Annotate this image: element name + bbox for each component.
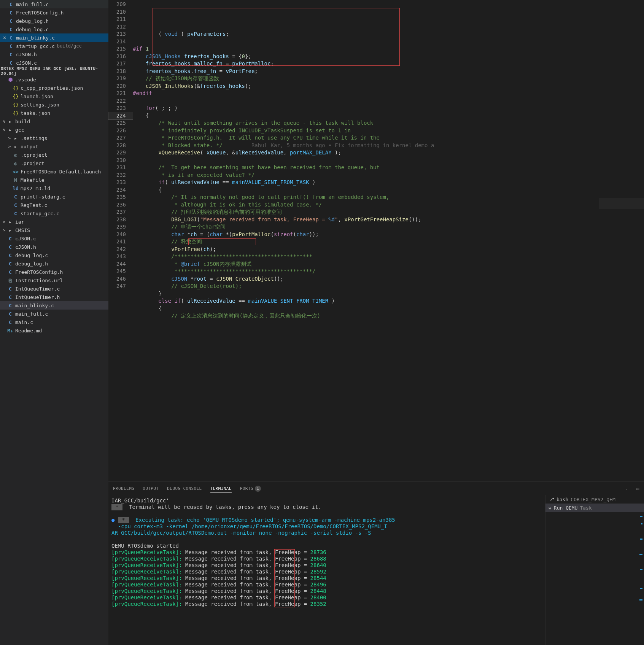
file-tree-item[interactable]: CRegTest.c: [0, 201, 108, 209]
terminal-output[interactable]: IAR_GCC/build/gcc' * Terminal will be re…: [108, 495, 545, 645]
code-line[interactable]: // 定义上次消息达到的时间(静态定义，因此只会初始化一次): [133, 312, 598, 320]
twisty-icon[interactable]: >: [7, 144, 12, 149]
file-tree-item[interactable]: Cdebug_log.h: [0, 259, 108, 268]
open-editor-item[interactable]: CcJSON.c: [0, 59, 108, 67]
code-area[interactable]: ( void ) pvParameters;#if 1 cJSON_Hooks …: [133, 0, 598, 481]
file-tree-item[interactable]: >▸iar: [0, 218, 108, 226]
code-line[interactable]: cJSON *root = cJSON_CreateObject();: [133, 275, 598, 283]
code-line[interactable]: /***************************************…: [133, 253, 598, 261]
file-tree-item[interactable]: ∨▸build: [0, 117, 108, 126]
code-line[interactable]: if( ulReceivedValue == mainVALUE_SENT_FR…: [133, 179, 598, 186]
code-line[interactable]: /* It is normally not good to call print…: [133, 194, 598, 201]
file-tree-item[interactable]: Cdebug_log.c: [0, 251, 108, 259]
file-tree-item[interactable]: >▸.settings: [0, 134, 108, 142]
code-line[interactable]: // 申请一个Char空间: [133, 223, 598, 231]
file-tree-item[interactable]: CcJSON.c: [0, 234, 108, 243]
file-tree-item[interactable]: ◐.cproject: [0, 151, 108, 159]
file-tree-item[interactable]: Cstartup_gcc.c: [0, 209, 108, 218]
file-tree-item[interactable]: CcJSON.h: [0, 243, 108, 251]
file-tree-item[interactable]: {}launch.json: [0, 92, 108, 100]
file-explorer[interactable]: Cmain_full.cCFreeRTOSConfig.hCdebug_log.…: [0, 0, 108, 645]
terminal-instance[interactable]: ⎇bashCORTEX_MPS2_QEM: [545, 495, 644, 504]
twisty-icon[interactable]: ∨: [2, 127, 7, 132]
code-line[interactable]: * indefinitely provided INCLUDE_vTaskSus…: [133, 127, 598, 135]
code-line[interactable]: /* To get here something must have been …: [133, 164, 598, 172]
code-line[interactable]: ****************************************…: [133, 268, 598, 275]
code-line[interactable]: // 释放空间: [133, 238, 598, 246]
file-tree-item[interactable]: Cmain_full.c: [0, 310, 108, 318]
file-tree-item[interactable]: {}tasks.json: [0, 109, 108, 117]
twisty-icon[interactable]: ∨: [2, 119, 7, 124]
file-tree-item[interactable]: CFreeRTOSConfig.h: [0, 268, 108, 276]
code-line[interactable]: else if( ulReceivedValue == mainVALUE_SE…: [133, 297, 598, 305]
panel-tab-output[interactable]: OUTPUT: [143, 485, 159, 492]
twisty-icon[interactable]: >: [2, 228, 7, 233]
code-line[interactable]: // cJSON_Delete(root);: [133, 283, 598, 290]
file-tree-item[interactable]: ldmps2_m3.ld: [0, 184, 108, 192]
panel-tab-terminal[interactable]: TERMINAL: [210, 485, 232, 493]
code-line[interactable]: /* Wait until something arrives in the q…: [133, 119, 598, 127]
split-panel-icon[interactable]: ⫞: [625, 486, 628, 492]
code-line[interactable]: xQueueReceive( xQueue, &ulReceivedValue,…: [133, 149, 598, 157]
panel-tab-problems[interactable]: PROBLEMS: [113, 485, 134, 492]
code-line[interactable]: cJSON_Hooks freertos_hooks = {0};: [133, 53, 598, 60]
file-tree-item[interactable]: >▸CMSIS: [0, 226, 108, 234]
file-tree-item[interactable]: Cmain.c: [0, 318, 108, 326]
workspace-header[interactable]: ORTEX_MPS2_QEMU_IAR_GCC [WSL: UBUNTU-20.…: [0, 67, 108, 75]
file-tree-item[interactable]: M↓Readme.md: [0, 326, 108, 335]
minimap[interactable]: [598, 0, 644, 481]
code-line[interactable]: * Blocked state. */ Rahul Kar, 5 months …: [133, 142, 598, 149]
open-editor-item[interactable]: Cstartup_gcc.cbuild/gcc: [0, 42, 108, 50]
code-line[interactable]: #if 1: [133, 45, 598, 53]
file-tree-item[interactable]: ⎘Instructions.url: [0, 276, 108, 284]
code-line[interactable]: {: [133, 112, 598, 120]
code-line[interactable]: {: [133, 305, 598, 313]
code-line[interactable]: {: [133, 186, 598, 194]
twisty-icon[interactable]: >: [2, 219, 7, 224]
terminal-instance[interactable]: ✲Run QEMUTask: [545, 504, 644, 512]
panel-tab-debug-console[interactable]: DEBUG CONSOLE: [167, 485, 202, 492]
terminal-list[interactable]: ⎇bashCORTEX_MPS2_QEM✲Run QEMUTask: [545, 495, 644, 645]
code-line[interactable]: vPortFree(ch);: [133, 246, 598, 253]
file-tree-item[interactable]: <>FreeRTOSDemo Default.launch: [0, 167, 108, 176]
code-line[interactable]: [133, 157, 598, 164]
file-tree-item[interactable]: CIntQueueTimer.h: [0, 293, 108, 301]
close-icon[interactable]: ×: [2, 35, 8, 41]
open-editor-item[interactable]: Cdebug_log.c: [0, 25, 108, 33]
code-line[interactable]: * FreeRTOSConfig.h. It will not use any …: [133, 134, 598, 142]
code-editor[interactable]: 2092102112122132142152162172182192202212…: [108, 0, 644, 481]
file-tree-item[interactable]: CIntQueueTimer.c: [0, 284, 108, 293]
code-line[interactable]: [133, 97, 598, 105]
file-tree-item[interactable]: >▸output: [0, 142, 108, 151]
code-line[interactable]: #endif: [133, 90, 598, 97]
file-tree-item[interactable]: ⬢.vscode: [0, 75, 108, 84]
code-line[interactable]: * is it an expected value? */: [133, 172, 598, 179]
code-line[interactable]: freertos_hooks.malloc_fn = pvPortMalloc;: [133, 60, 598, 68]
file-tree-item[interactable]: Cmain_blinky.c: [0, 301, 108, 310]
file-tree-item[interactable]: {}c_cpp_properties.json: [0, 84, 108, 92]
code-line[interactable]: freertos_hooks.free_fn = vPortFree;: [133, 68, 598, 75]
code-line[interactable]: DBG_LOGI("Message received from task, Fr…: [133, 216, 598, 224]
open-editor-item[interactable]: CFreeRTOSConfig.h: [0, 8, 108, 17]
file-tree-item[interactable]: Cprintf-stdarg.c: [0, 192, 108, 201]
file-tree-item[interactable]: {}settings.json: [0, 100, 108, 109]
file-tree-item[interactable]: MMakefile: [0, 176, 108, 184]
code-line[interactable]: char *ch = (char *)pvPortMalloc(sizeof(c…: [133, 231, 598, 238]
open-editor-item[interactable]: Cmain_full.c: [0, 0, 108, 8]
minimap-viewport[interactable]: [599, 198, 644, 209]
panel-tab-ports[interactable]: PORTS1: [240, 484, 261, 493]
open-editor-item[interactable]: Cdebug_log.h: [0, 17, 108, 25]
code-line[interactable]: }: [133, 290, 598, 298]
code-line[interactable]: // 初始化CJSON内存管理函数: [133, 75, 598, 83]
twisty-icon[interactable]: >: [7, 136, 12, 141]
code-line[interactable]: * although it is ok in this simulated ca…: [133, 201, 598, 209]
code-line[interactable]: ( void ) pvParameters;: [133, 30, 598, 38]
code-line[interactable]: * @brief cJSON内存泄露测试: [133, 261, 598, 268]
code-line[interactable]: // 打印队列接收的消息和当前的可用的堆空间: [133, 208, 598, 216]
file-tree-item[interactable]: ∨▸gcc: [0, 126, 108, 134]
file-tree-item[interactable]: ◐.project: [0, 159, 108, 167]
open-editor-item[interactable]: ×Cmain_blinky.c: [0, 33, 108, 42]
more-icon[interactable]: ⋯: [636, 486, 639, 492]
code-line[interactable]: cJSON_InitHooks(&freertos_hooks);: [133, 83, 598, 90]
code-line[interactable]: for( ; ; ): [133, 105, 598, 112]
